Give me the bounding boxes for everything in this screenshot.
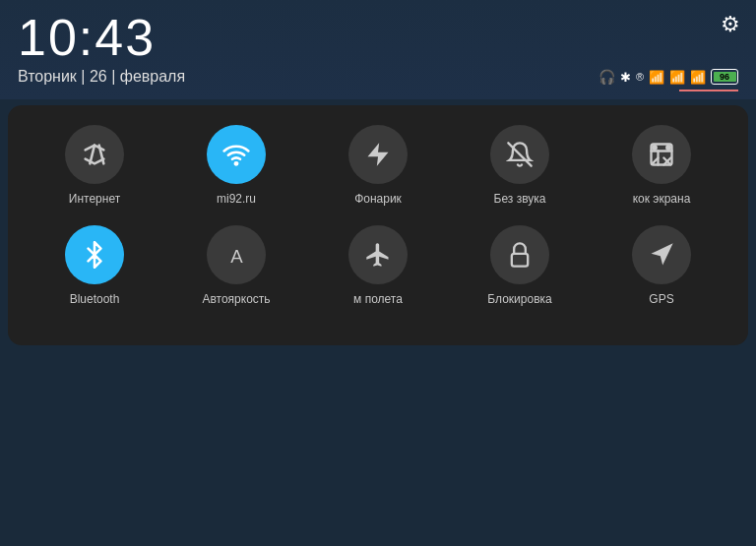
tile-internet[interactable]: Интернет: [50, 125, 139, 206]
quick-settings-panel: Интернет mi92.ru Фонарик: [8, 105, 748, 345]
svg-point-6: [666, 146, 670, 150]
tile-lock-label: Блокировка: [487, 292, 551, 306]
tile-flashlight[interactable]: Фонарик: [334, 125, 422, 206]
status-bar: 10:43 Вторник | 26 | февраля 🎧 ✱ ® 📶 📶 📶…: [0, 0, 756, 99]
tiles-row-1: Интернет mi92.ru Фонарик: [24, 125, 732, 206]
signal1-icon: 📶: [649, 70, 664, 85]
svg-marker-3: [368, 144, 389, 166]
tile-screenshot[interactable]: кок экрана: [617, 125, 706, 206]
tile-gps-label: GPS: [649, 292, 673, 306]
tile-wifi-label: mi92.ru: [217, 192, 256, 206]
bluetooth-status-icon: ✱: [620, 70, 631, 85]
tile-brightness[interactable]: A Автояркость: [192, 225, 281, 306]
tile-wifi-circle: [207, 125, 266, 184]
tile-mute[interactable]: Без звука: [475, 125, 564, 206]
tile-bluetooth[interactable]: Bluetooth: [50, 225, 139, 306]
tile-internet-label: Интернет: [69, 192, 120, 206]
tile-mute-label: Без звука: [494, 192, 546, 206]
tile-airplane-label: м полета: [353, 292, 403, 306]
tile-brightness-label: Автояркость: [202, 292, 270, 306]
svg-marker-15: [652, 244, 673, 266]
clock-time: 10:43: [18, 10, 738, 66]
tile-mute-circle: [490, 125, 549, 184]
svg-rect-14: [512, 254, 528, 267]
svg-text:A: A: [230, 246, 243, 267]
tile-lock[interactable]: Блокировка: [475, 225, 564, 306]
tile-wifi[interactable]: mi92.ru: [192, 125, 281, 206]
date-text: Вторник | 26 | февраля: [18, 68, 185, 86]
tile-airplane-circle: [348, 225, 408, 284]
tile-lock-circle: [490, 225, 549, 284]
wifi-status-icon: 📶: [690, 70, 706, 85]
tile-flashlight-label: Фонарик: [354, 192, 402, 206]
tile-airplane[interactable]: м полета: [334, 225, 422, 306]
tiles-row-2: Bluetooth A Автояркость м полета: [24, 225, 732, 306]
battery-indicator: 96: [711, 69, 738, 85]
svg-point-2: [235, 162, 237, 164]
tile-gps[interactable]: GPS: [617, 225, 706, 306]
status-icons: 🎧 ✱ ® 📶 📶 📶 96: [598, 69, 738, 85]
tile-internet-circle: [65, 125, 124, 184]
tile-gps-circle: [632, 225, 691, 284]
tile-bluetooth-circle: [65, 225, 124, 284]
tile-bluetooth-label: Bluetooth: [70, 292, 120, 306]
date-row: Вторник | 26 | февраля 🎧 ✱ ® 📶 📶 📶 96: [18, 68, 738, 86]
signal2-icon: 📶: [669, 70, 685, 85]
underline-bar: [679, 90, 738, 91]
registered-icon: ®: [636, 71, 644, 83]
headphones-icon: 🎧: [598, 69, 615, 85]
tile-screenshot-circle: [632, 125, 691, 184]
svg-point-5: [653, 146, 657, 150]
tile-flashlight-circle: [348, 125, 408, 184]
battery-text: 96: [720, 72, 729, 82]
tile-screenshot-label: кок экрана: [633, 192, 691, 206]
tile-brightness-circle: A: [207, 225, 266, 284]
settings-gear-icon[interactable]: ⚙: [721, 12, 740, 37]
